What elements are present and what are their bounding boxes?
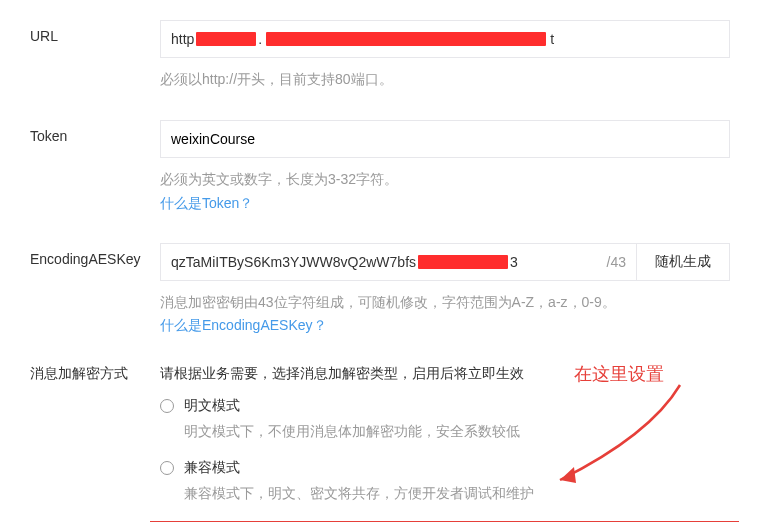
aeskey-value-suffix: 3 [510,254,518,270]
token-link[interactable]: 什么是Token？ [160,195,739,213]
aeskey-counter: /43 [607,254,626,270]
token-input-wrap[interactable] [160,120,730,158]
aeskey-value-prefix: qzTaMiITByS6Km3YJWW8vQ2wW7bfs [171,254,416,270]
aeskey-label: EncodingAESKey [30,243,160,267]
radio-compat[interactable]: 兼容模式 [160,459,739,477]
aeskey-input-wrap[interactable]: qzTaMiITByS6Km3YJWW8vQ2wW7bfs 3 /43 [160,243,637,281]
mode-label: 消息加解密方式 [30,365,160,383]
radio-desc: 兼容模式下，明文、密文将共存，方便开发者调试和维护 [184,485,739,503]
url-redacted [196,32,256,46]
aeskey-help: 消息加密密钥由43位字符组成，可随机修改，字符范围为A-Z，a-z，0-9。 [160,291,739,313]
radio-icon [160,461,174,475]
url-input-wrap[interactable]: http . t [160,20,730,58]
radio-desc: 明文模式下，不使用消息体加解密功能，安全系数较低 [184,423,739,441]
url-value-prefix: http [171,31,194,47]
mode-intro: 请根据业务需要，选择消息加解密类型，启用后将立即生效 [160,365,739,383]
random-generate-button[interactable]: 随机生成 [637,243,730,281]
radio-label: 兼容模式 [184,459,240,477]
url-value-suffix: t [550,31,554,47]
token-help: 必须为英文或数字，长度为3-32字符。 [160,168,739,190]
aeskey-redacted [418,255,508,269]
radio-icon [160,399,174,413]
url-label: URL [30,20,160,44]
aeskey-link[interactable]: 什么是EncodingAESKey？ [160,317,739,335]
url-help: 必须以http://开头，目前支持80端口。 [160,68,739,90]
radio-plaintext[interactable]: 明文模式 [160,397,739,415]
radio-label: 明文模式 [184,397,240,415]
url-redacted [266,32,546,46]
token-input[interactable] [171,121,719,157]
token-label: Token [30,120,160,144]
